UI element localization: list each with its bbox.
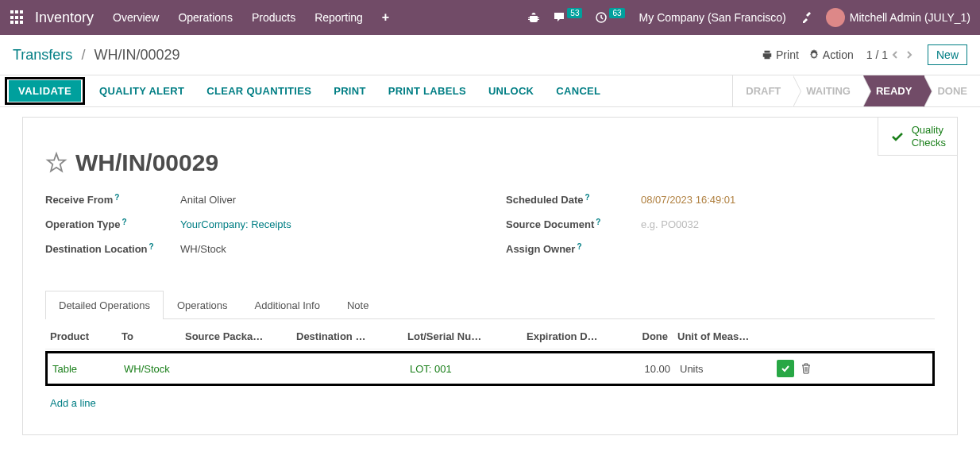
th-done[interactable]: Done [625,330,673,342]
table-header: Product To Source Packa… Destination … L… [45,324,935,349]
action-bar: VALIDATE QUALITY ALERT CLEAR QUANTITIES … [0,75,980,107]
label-operation-type: Operation Type? [45,218,180,230]
validate-highlight: VALIDATE [5,77,85,105]
tab-additional-info[interactable]: Additional Info [241,291,334,319]
table-row[interactable]: Table WH/Stock LOT: 001 10.00 Units [48,353,932,384]
topbar: Inventory Overview Operations Products R… [0,0,980,35]
quality-checks-label: Quality Checks [912,124,946,149]
breadcrumb: Transfers / WH/IN/00029 [13,47,179,64]
add-line-button[interactable]: Add a line [45,388,935,419]
status-waiting[interactable]: WAITING [793,75,863,106]
value-scheduled-date[interactable]: 08/07/2023 16:49:01 [641,194,735,206]
cell-to[interactable]: WH/Stock [119,363,183,375]
bug-icon[interactable] [527,11,540,24]
activities-badge: 63 [609,8,624,18]
activities-icon[interactable]: 63 [595,11,624,24]
label-assign-owner: Assign Owner? [506,243,641,255]
th-destination[interactable]: Destination … [291,330,403,342]
menu-add-icon[interactable]: + [382,10,389,25]
cell-done[interactable]: 10.00 [627,363,675,375]
value-receive-from[interactable]: Anital Oliver [180,194,236,206]
status-done[interactable]: DONE [924,75,980,106]
menu-operations[interactable]: Operations [178,11,232,24]
new-button[interactable]: New [928,44,967,65]
validate-button[interactable]: VALIDATE [9,80,81,102]
status-draft[interactable]: DRAFT [732,75,793,106]
menu-products[interactable]: Products [252,11,295,24]
print-button[interactable]: Print [762,48,799,61]
status-ready[interactable]: READY [863,75,925,106]
value-destination-location[interactable]: WH/Stock [180,243,226,255]
pager-text: 1 / 1 [866,48,888,61]
form-sheet: Quality Checks WH/IN/00029 Receive From?… [22,117,958,435]
quality-alert-button[interactable]: QUALITY ALERT [88,75,195,106]
row-confirm-icon[interactable] [777,360,794,377]
breadcrumb-current: WH/IN/00029 [94,47,179,63]
pager-prev-icon[interactable] [888,48,902,62]
star-icon[interactable] [45,152,68,174]
breadcrumb-parent[interactable]: Transfers [13,47,72,63]
tab-note[interactable]: Note [334,291,382,319]
menu-overview[interactable]: Overview [113,11,159,24]
cell-uom[interactable]: Units [675,363,770,375]
cancel-button[interactable]: CANCEL [545,75,612,106]
label-scheduled-date: Scheduled Date? [506,194,641,206]
tabs: Detailed Operations Operations Additiona… [45,290,935,319]
quality-checks-button[interactable]: Quality Checks [878,118,957,156]
record-title: WH/IN/00029 [75,149,218,176]
tab-detailed-operations[interactable]: Detailed Operations [45,291,164,319]
label-destination-location: Destination Location? [45,243,180,255]
th-to[interactable]: To [117,330,180,342]
label-source-document: Source Document? [506,218,641,230]
row-delete-icon[interactable] [799,360,813,377]
th-uom[interactable]: Unit of Meas… [673,330,768,342]
cell-product[interactable]: Table [48,363,119,375]
action-button[interactable]: Action [808,48,854,61]
th-source-package[interactable]: Source Packa… [180,330,291,342]
print-labels-button[interactable]: PRINT LABELS [377,75,477,106]
label-receive-from: Receive From? [45,194,180,206]
user-name: Mitchell Admin (JULY_1) [850,11,970,24]
status-bar: DRAFT WAITING READY DONE [732,75,980,106]
value-operation-type[interactable]: YourCompany: Receipts [180,218,291,230]
user-menu[interactable]: Mitchell Admin (JULY_1) [826,8,970,27]
clear-quantities-button[interactable]: CLEAR QUANTITIES [195,75,322,106]
print-action-button[interactable]: PRINT [322,75,377,106]
value-source-document[interactable]: e.g. PO0032 [641,218,699,230]
table-row-highlight: Table WH/Stock LOT: 001 10.00 Units [45,351,935,386]
apps-icon[interactable] [10,10,25,25]
control-bar: Transfers / WH/IN/00029 Print Action 1 /… [0,35,980,75]
cell-lot[interactable]: LOT: 001 [405,363,524,375]
company-selector[interactable]: My Company (San Francisco) [639,11,786,24]
avatar [826,8,845,27]
app-name[interactable]: Inventory [35,10,94,26]
tab-operations[interactable]: Operations [164,291,241,319]
th-expiration[interactable]: Expiration D… [522,330,625,342]
messages-icon[interactable]: 53 [553,11,582,24]
pager: 1 / 1 [866,48,916,62]
messages-badge: 53 [567,8,582,18]
unlock-button[interactable]: UNLOCK [477,75,545,106]
menu-reporting[interactable]: Reporting [314,11,363,24]
th-product[interactable]: Product [45,330,117,342]
tools-icon[interactable] [801,11,813,24]
operations-table: Product To Source Packa… Destination … L… [45,324,935,419]
pager-next-icon[interactable] [902,48,916,62]
th-lot[interactable]: Lot/Serial Nu… [403,330,522,342]
